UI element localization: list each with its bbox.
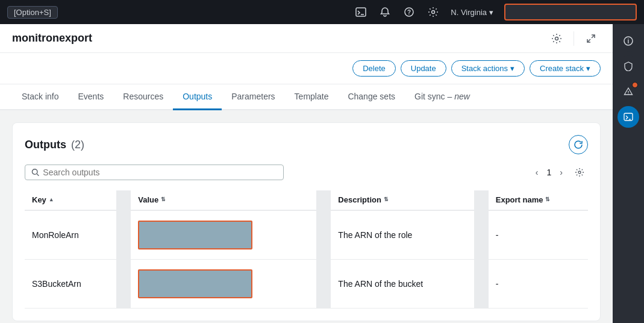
sidebar-shield-button[interactable]	[617, 55, 639, 77]
stack-actions-button[interactable]: Stack actions ▾	[451, 60, 525, 77]
tab-parameters[interactable]: Parameters	[222, 84, 284, 110]
region-dropdown-icon: ▾	[489, 8, 493, 17]
row2-description: The ARN of the bucket	[331, 259, 474, 308]
region-label: N. Virginia	[451, 8, 487, 17]
page-prev-button[interactable]: ‹	[532, 166, 542, 178]
svg-line-9	[37, 174, 39, 175]
page-number: 1	[547, 168, 552, 177]
table-settings-button[interactable]	[571, 164, 588, 181]
row2-key: S3BucketArn	[25, 259, 116, 308]
page-wrapper: monitronexport	[0, 24, 644, 323]
svg-point-10	[578, 171, 581, 174]
tab-change-sets[interactable]: Change sets	[338, 84, 405, 110]
svg-point-8	[32, 169, 37, 175]
row2-value	[131, 259, 316, 308]
col-description[interactable]: Description ⇅	[331, 190, 474, 210]
tab-template[interactable]: Template	[285, 84, 339, 110]
stack-actions-dropdown-icon: ▾	[510, 64, 514, 73]
col-divider-r1-3	[474, 210, 489, 260]
tab-git-sync[interactable]: Git sync – new	[405, 84, 480, 110]
top-navigation: [Option+S] ?	[0, 0, 644, 24]
col-divider-1	[116, 190, 131, 210]
update-button[interactable]: Update	[401, 60, 446, 77]
col-divider-r2-1	[116, 259, 131, 308]
col-divider-r1-1	[116, 210, 131, 260]
stack-actions-label: Stack actions	[461, 64, 508, 73]
row1-export-name: -	[489, 210, 588, 260]
table-row: MonRoleArn The ARN of the role -	[25, 210, 588, 260]
search-input[interactable]	[43, 168, 277, 177]
bell-icon[interactable]	[378, 5, 392, 19]
stack-title: monitronexport	[12, 32, 547, 45]
delete-button[interactable]: Delete	[352, 60, 396, 77]
outputs-panel: Outputs (2)	[12, 122, 601, 321]
expand-icon-btn[interactable]	[581, 29, 601, 48]
svg-point-4	[432, 11, 435, 14]
row1-description: The ARN of the role	[331, 210, 474, 260]
svg-point-5	[555, 37, 558, 40]
global-search-input[interactable]	[504, 4, 637, 20]
svg-point-14	[628, 93, 628, 94]
top-nav-icons: ? N. Virginia ▾	[354, 4, 637, 20]
actions-row: Delete Update Stack actions ▾ Create sta…	[0, 53, 613, 84]
col-key[interactable]: Key ▲	[25, 190, 116, 210]
svg-text:i: i	[628, 38, 630, 45]
outputs-title: Outputs (2)	[25, 139, 84, 151]
desc-sort-icon: ⇅	[384, 197, 389, 202]
create-stack-label: Create stack	[540, 64, 584, 73]
search-icon	[31, 168, 39, 177]
col-divider-3	[474, 190, 489, 210]
table-row: S3BucketArn The ARN of the bucket -	[25, 259, 588, 308]
pagination-controls: ‹ 1 ›	[532, 164, 588, 181]
search-box[interactable]	[25, 165, 284, 180]
shortcut-label[interactable]: [Option+S]	[7, 6, 58, 19]
help-icon[interactable]: ?	[402, 5, 416, 19]
sub-navigation: monitronexport	[0, 24, 613, 53]
preferences-icon-btn[interactable]	[547, 29, 566, 48]
col-export-name[interactable]: Export name ⇅	[489, 190, 588, 210]
row2-export-name: -	[489, 259, 588, 308]
col-divider-r2-3	[474, 259, 489, 308]
sidebar-terminal-button[interactable]	[617, 106, 639, 128]
col-value[interactable]: Value ⇅	[131, 190, 316, 210]
tab-events[interactable]: Events	[68, 84, 113, 110]
export-sort-icon: ⇅	[545, 197, 550, 202]
tab-resources[interactable]: Resources	[113, 84, 173, 110]
outputs-title-text: Outputs	[25, 139, 66, 151]
svg-rect-0	[356, 8, 366, 16]
create-stack-dropdown-icon: ▾	[586, 64, 590, 73]
search-pagination-row: ‹ 1 ›	[25, 164, 588, 181]
col-divider-r1-2	[316, 210, 331, 260]
sidebar-info-button[interactable]: i	[617, 30, 639, 52]
key-sort-icon: ▲	[49, 197, 54, 202]
row1-redacted-value	[138, 221, 252, 249]
warning-badge	[632, 82, 638, 88]
svg-rect-15	[624, 113, 633, 121]
row1-value	[131, 210, 316, 260]
create-stack-button[interactable]: Create stack ▾	[530, 60, 601, 77]
settings-icon[interactable]	[427, 5, 440, 19]
page-content: monitronexport	[0, 24, 613, 323]
sidebar-warning-button[interactable]	[617, 81, 639, 102]
value-sort-icon: ⇅	[161, 197, 166, 202]
sub-nav-actions	[547, 29, 601, 48]
tab-navigation: Stack info Events Resources Outputs Para…	[0, 84, 613, 110]
content-area: Outputs (2)	[0, 110, 613, 323]
row2-redacted-value	[138, 269, 252, 298]
svg-text:?: ?	[407, 9, 411, 16]
outputs-header: Outputs (2)	[25, 135, 588, 154]
page-next-button[interactable]: ›	[556, 166, 566, 178]
outputs-count: (2)	[71, 139, 84, 151]
outputs-table: Key ▲ Value ⇅	[25, 190, 588, 309]
col-divider-2	[316, 190, 331, 210]
tab-outputs[interactable]: Outputs	[173, 84, 222, 110]
refresh-button[interactable]	[569, 135, 588, 154]
region-selector[interactable]: N. Virginia ▾	[451, 8, 493, 17]
tab-stack-info[interactable]: Stack info	[12, 84, 68, 110]
nav-divider	[574, 31, 574, 46]
terminal-icon[interactable]	[354, 5, 367, 19]
row1-key: MonRoleArn	[25, 210, 116, 260]
col-divider-r2-2	[316, 259, 331, 308]
right-sidebar: i	[613, 24, 644, 323]
